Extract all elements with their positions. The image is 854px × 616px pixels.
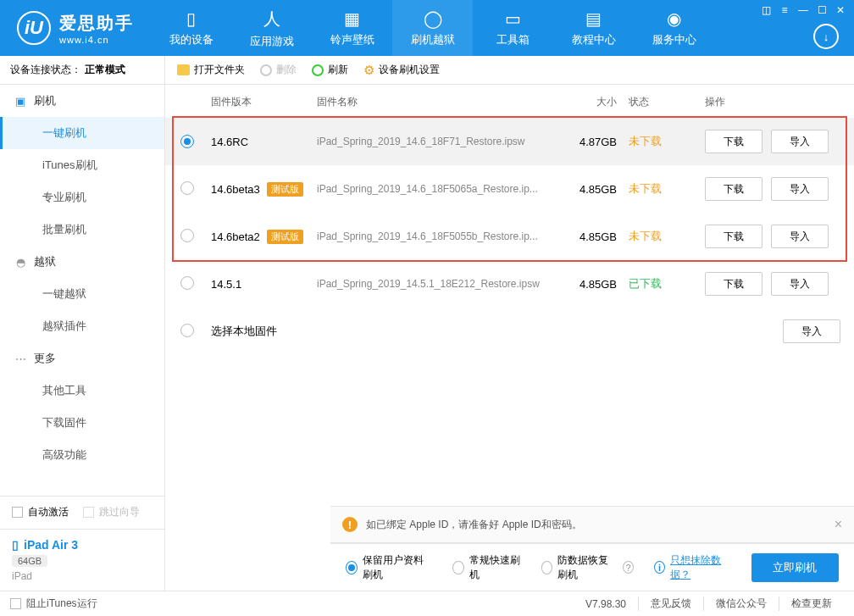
download-button[interactable]: 下载 bbox=[705, 225, 762, 248]
nav-flash[interactable]: ◯刷机越狱 bbox=[392, 0, 473, 56]
radio-icon bbox=[541, 561, 553, 574]
sidebar-item-download-fw[interactable]: 下载固件 bbox=[0, 407, 164, 439]
erase-link[interactable]: 只想抹除数据？ bbox=[670, 553, 730, 582]
erase-link-area: i 只想抹除数据？ bbox=[654, 553, 730, 582]
flash-now-button[interactable]: 立即刷机 bbox=[751, 553, 839, 582]
logo-icon: iU bbox=[17, 11, 51, 45]
sidebar: 设备连接状态：正常模式 ▣刷机 一键刷机 iTunes刷机 专业刷机 批量刷机 … bbox=[0, 56, 165, 591]
auto-activate-checkbox[interactable]: 自动激活 bbox=[12, 505, 69, 519]
delete-icon bbox=[260, 64, 272, 76]
maximize-button[interactable]: ☐ bbox=[813, 3, 830, 17]
table-header: 固件版本 固件名称 大小 状态 操作 bbox=[165, 85, 854, 118]
radio-icon[interactable] bbox=[180, 324, 194, 337]
music-icon: ▦ bbox=[344, 8, 360, 29]
toolbar: 打开文件夹 删除 刷新 ⚙设备刷机设置 bbox=[165, 56, 854, 85]
sidebar-item-other-tools[interactable]: 其他工具 bbox=[0, 375, 164, 407]
firmware-status: 未下载 bbox=[629, 134, 705, 149]
refresh-button[interactable]: 刷新 bbox=[312, 63, 348, 77]
book-icon: ▤ bbox=[585, 8, 602, 29]
col-ops: 操作 bbox=[705, 95, 840, 109]
firmware-version: 14.6beta3测试版 bbox=[211, 182, 317, 197]
firmware-row[interactable]: 14.6beta2测试版 iPad_Spring_2019_14.6_18F50… bbox=[165, 213, 854, 260]
sidebar-item-jb-plugins[interactable]: 越狱插件 bbox=[0, 310, 164, 342]
settings-button[interactable]: ⚙设备刷机设置 bbox=[363, 63, 440, 78]
device-info[interactable]: ▯iPad Air 3 64GB iPad bbox=[0, 529, 164, 591]
firmware-row[interactable]: 14.5.1 iPad_Spring_2019_14.5.1_18E212_Re… bbox=[165, 260, 854, 308]
open-folder-button[interactable]: 打开文件夹 bbox=[177, 63, 245, 77]
close-icon[interactable]: × bbox=[835, 517, 842, 532]
col-size: 大小 bbox=[565, 95, 629, 109]
import-button[interactable]: 导入 bbox=[771, 272, 829, 296]
sidebar-item-pro-flash[interactable]: 专业刷机 bbox=[0, 181, 164, 214]
radio-icon[interactable] bbox=[180, 276, 194, 290]
sidebar-item-oneclick-flash[interactable]: 一键刷机 bbox=[0, 117, 164, 149]
menu-icon[interactable]: ≡ bbox=[776, 3, 793, 17]
mode-anti-recovery[interactable]: 防数据恢复刷机? bbox=[541, 553, 634, 582]
download-button[interactable]: 下载 bbox=[705, 177, 762, 201]
firmware-size: 4.85GB bbox=[565, 183, 629, 196]
checkbox-icon bbox=[83, 507, 94, 518]
update-link[interactable]: 检查更新 bbox=[779, 597, 844, 611]
sidebar-item-itunes-flash[interactable]: iTunes刷机 bbox=[0, 149, 164, 181]
shield-icon: ◓ bbox=[14, 255, 27, 269]
firmware-name: iPad_Spring_2019_14.6_18F5065a_Restore.i… bbox=[317, 183, 565, 195]
firmware-status: 未下载 bbox=[629, 229, 705, 244]
feedback-link[interactable]: 意见反馈 bbox=[638, 597, 703, 611]
mode-keep-data[interactable]: 保留用户资料刷机 bbox=[346, 553, 432, 582]
col-version: 固件版本 bbox=[211, 95, 317, 109]
firmware-name: iPad_Spring_2019_14.5.1_18E212_Restore.i… bbox=[317, 278, 565, 290]
more-icon: ⋯ bbox=[14, 352, 27, 365]
radio-icon[interactable] bbox=[180, 229, 194, 242]
firmware-row[interactable]: 14.6RC iPad_Spring_2019_14.6_18F71_Resto… bbox=[165, 118, 854, 165]
firmware-name: iPad_Spring_2019_14.6_18F5055b_Restore.i… bbox=[317, 230, 565, 242]
sidebar-group-flash[interactable]: ▣刷机 bbox=[0, 85, 164, 117]
radio-icon[interactable] bbox=[180, 181, 194, 195]
minimize-button[interactable]: — bbox=[795, 3, 812, 17]
notice-bar: ! 如已绑定 Apple ID，请准备好 Apple ID和密码。 × bbox=[330, 506, 854, 543]
delete-button: 删除 bbox=[260, 63, 297, 77]
nav-my-device[interactable]: ▯我的设备 bbox=[151, 0, 231, 56]
download-button[interactable]: 下载 bbox=[705, 130, 762, 153]
sidebar-item-oneclick-jb[interactable]: 一键越狱 bbox=[0, 278, 164, 310]
import-button[interactable]: 导入 bbox=[771, 225, 829, 248]
beta-tag: 测试版 bbox=[267, 182, 303, 197]
sidebar-item-advanced[interactable]: 高级功能 bbox=[0, 439, 164, 471]
device-name: ▯iPad Air 3 bbox=[12, 538, 152, 552]
download-button[interactable]: 下载 bbox=[705, 272, 762, 296]
nav-tutorials[interactable]: ▤教程中心 bbox=[553, 0, 634, 56]
import-button[interactable]: 导入 bbox=[771, 130, 829, 153]
phone-icon: ▯ bbox=[12, 538, 19, 552]
beta-tag: 测试版 bbox=[267, 230, 303, 244]
firmware-status: 未下载 bbox=[629, 181, 705, 197]
local-firmware-row[interactable]: 选择本地固件 导入 bbox=[165, 308, 854, 355]
wechat-link[interactable]: 微信公众号 bbox=[703, 597, 779, 611]
firmware-status: 已下载 bbox=[629, 276, 705, 291]
phone-icon: ▯ bbox=[186, 8, 196, 29]
checkbox-icon bbox=[10, 598, 21, 609]
nav-service[interactable]: ◉服务中心 bbox=[634, 0, 714, 56]
nav-tabs: ▯我的设备 人应用游戏 ▦铃声壁纸 ◯刷机越狱 ▭工具箱 ▤教程中心 ◉服务中心 bbox=[151, 0, 714, 56]
version-label[interactable]: V7.98.30 bbox=[574, 598, 638, 610]
sidebar-group-more[interactable]: ⋯更多 bbox=[0, 342, 164, 375]
radio-icon[interactable] bbox=[180, 135, 194, 148]
skip-guide-checkbox[interactable]: 跳过向导 bbox=[83, 505, 140, 519]
firmware-size: 4.85GB bbox=[565, 278, 629, 291]
shirt-icon[interactable]: ◫ bbox=[757, 3, 774, 17]
nav-apps[interactable]: 人应用游戏 bbox=[231, 0, 312, 56]
nav-ringtones[interactable]: ▦铃声壁纸 bbox=[312, 0, 392, 56]
download-button[interactable]: ↓ bbox=[813, 24, 839, 49]
help-icon[interactable]: ? bbox=[623, 561, 634, 574]
checkbox-icon bbox=[12, 507, 23, 518]
block-itunes-checkbox[interactable]: 阻止iTunes运行 bbox=[10, 597, 97, 611]
sidebar-group-jailbreak[interactable]: ◓越狱 bbox=[0, 246, 164, 278]
compass-icon: ◉ bbox=[667, 8, 681, 29]
mode-normal[interactable]: 常规快速刷机 bbox=[452, 553, 521, 582]
sidebar-item-batch-flash[interactable]: 批量刷机 bbox=[0, 214, 164, 246]
firmware-row[interactable]: 14.6beta3测试版 iPad_Spring_2019_14.6_18F50… bbox=[165, 165, 854, 213]
radio-icon bbox=[452, 561, 464, 574]
close-button[interactable]: ✕ bbox=[832, 3, 849, 17]
logo[interactable]: iU 爱思助手 www.i4.cn bbox=[0, 11, 151, 45]
import-button[interactable]: 导入 bbox=[783, 319, 840, 343]
nav-toolbox[interactable]: ▭工具箱 bbox=[473, 0, 553, 56]
import-button[interactable]: 导入 bbox=[771, 177, 829, 201]
